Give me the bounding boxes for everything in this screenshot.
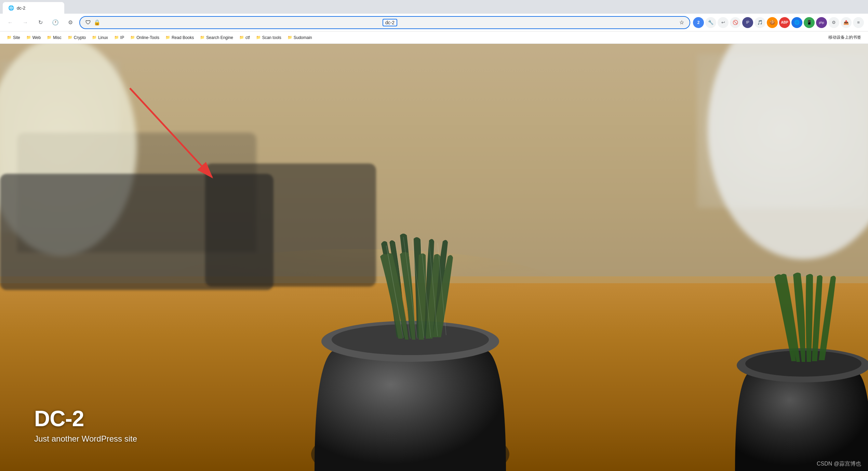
bookmark-sudomain-label: Sudomain: [294, 35, 312, 40]
bookmark-search-engine[interactable]: 📁 Search Engine: [197, 34, 236, 41]
bookmark-online-tools-label: Online-Tools: [136, 35, 159, 40]
bg-sofa: [17, 133, 256, 252]
bookmark-online-tools[interactable]: 📁 Online-Tools: [128, 34, 162, 41]
bookmark-site-icon: 📁: [7, 35, 12, 40]
shield-icon: 🛡: [85, 19, 91, 26]
bookmark-sudomain[interactable]: 📁 Sudomain: [285, 34, 315, 41]
bookmark-read-books-icon: 📁: [165, 35, 170, 40]
cookie-ext-icon[interactable]: 🍪: [767, 17, 778, 28]
bookmark-search-engine-icon: 📁: [200, 35, 205, 40]
browser-window: 🌐 dc-2 ← → ↻ 🕐 ⚙ 🛡 🔒 dc-2 ☆ 2 🔧 ↩ 🚫: [0, 0, 868, 471]
reload-button[interactable]: ↻: [34, 16, 46, 29]
bookmark-site[interactable]: 📁 Site: [4, 34, 23, 41]
bookmark-search-engine-label: Search Engine: [206, 35, 233, 40]
back-button[interactable]: ←: [4, 16, 16, 29]
mobile-ext-icon[interactable]: 📱: [804, 17, 815, 28]
ip-ext-icon[interactable]: IP: [742, 17, 753, 28]
block-icon[interactable]: 🚫: [730, 17, 741, 28]
bookmark-ip-label: IP: [120, 35, 124, 40]
bookmark-ip[interactable]: 📁 IP: [111, 34, 127, 41]
bookmark-ctf[interactable]: 📁 ctf: [237, 34, 253, 41]
hero-text-container: DC-2 Just another WordPress site: [34, 406, 137, 444]
bookmark-read-books[interactable]: 📁 Read Books: [163, 34, 197, 41]
tab-favicon: 🌐: [8, 5, 14, 11]
bg-table-highlight: [261, 274, 466, 343]
bookmark-web-icon: 📁: [26, 35, 31, 40]
hero-title: DC-2: [34, 406, 137, 431]
bookmark-scan-tools-icon: 📁: [256, 35, 261, 40]
bookmark-site-label: Site: [13, 35, 20, 40]
bookmark-scan-tools[interactable]: 📁 Scan tools: [253, 34, 284, 41]
music-ext-icon[interactable]: 🎵: [755, 17, 765, 28]
bookmark-scan-tools-label: Scan tools: [262, 35, 281, 40]
address-highlight: dc-2: [383, 19, 397, 26]
gear-ext-icon[interactable]: ⚙: [828, 17, 839, 28]
settings-button[interactable]: ⚙: [64, 16, 77, 29]
bookmark-crypto-icon: 📁: [68, 35, 72, 40]
bookmark-ctf-label: ctf: [245, 35, 250, 40]
extension-icon-1[interactable]: 🔧: [705, 17, 716, 28]
bookmark-web[interactable]: 📁 Web: [24, 34, 43, 41]
bookmark-misc-label: Misc: [53, 35, 62, 40]
forward-button[interactable]: →: [19, 16, 31, 29]
bookmark-misc-icon: 📁: [47, 35, 52, 40]
bg-window-right: [697, 54, 868, 208]
bookmarks-right-label[interactable]: 移动设备上的书签: [826, 33, 864, 42]
bookmark-ip-icon: 📁: [114, 35, 119, 40]
php-ext-icon[interactable]: php: [816, 17, 827, 28]
address-text: dc-2: [103, 19, 677, 26]
active-tab[interactable]: 🌐 dc-2: [3, 2, 64, 14]
hero-subtitle: Just another WordPress site: [34, 434, 137, 444]
bookmark-linux-icon: 📁: [92, 35, 97, 40]
content-area: DC-2 Just another WordPress site CSDN @蒜…: [0, 44, 868, 471]
bookmark-ctf-icon: 📁: [239, 35, 244, 40]
lock-icon: 🔒: [94, 19, 101, 26]
translate-ext-icon[interactable]: 🌐: [791, 17, 802, 28]
tab-title: dc-2: [17, 5, 25, 11]
notification-badge[interactable]: 2: [693, 17, 704, 28]
bookmark-read-books-label: Read Books: [172, 35, 194, 40]
tab-bar: 🌐 dc-2: [0, 0, 868, 14]
bookmark-sudomain-icon: 📁: [288, 35, 292, 40]
address-bar[interactable]: 🛡 🔒 dc-2 ☆: [79, 16, 690, 29]
menu-ext-icon[interactable]: ≡: [853, 17, 864, 28]
bookmark-web-label: Web: [32, 35, 41, 40]
nav-bar: ← → ↻ 🕐 ⚙ 🛡 🔒 dc-2 ☆ 2 🔧 ↩ 🚫 IP 🎵 🍪 ABP: [0, 14, 868, 31]
bookmark-linux-label: Linux: [98, 35, 108, 40]
bookmark-crypto[interactable]: 📁 Crypto: [65, 34, 89, 41]
bookmarks-bar: 📁 Site 📁 Web 📁 Misc 📁 Crypto 📁 Linux 📁 I…: [0, 31, 868, 44]
bookmark-online-tools-icon: 📁: [130, 35, 135, 40]
bookmark-crypto-label: Crypto: [74, 35, 86, 40]
share-ext-icon[interactable]: 📤: [841, 17, 852, 28]
history-button[interactable]: 🕐: [49, 16, 62, 29]
star-icon[interactable]: ☆: [679, 19, 684, 26]
bookmark-misc[interactable]: 📁 Misc: [44, 34, 64, 41]
bookmark-linux[interactable]: 📁 Linux: [89, 34, 111, 41]
nav-right-icons: 2 🔧 ↩ 🚫 IP 🎵 🍪 ABP 🌐 📱 php ⚙ 📤 ≡: [693, 17, 864, 28]
adblock-ext-icon[interactable]: ABP: [779, 17, 790, 28]
watermark: CSDN @蒜宫博也: [817, 460, 861, 468]
back-ext-icon[interactable]: ↩: [718, 17, 729, 28]
